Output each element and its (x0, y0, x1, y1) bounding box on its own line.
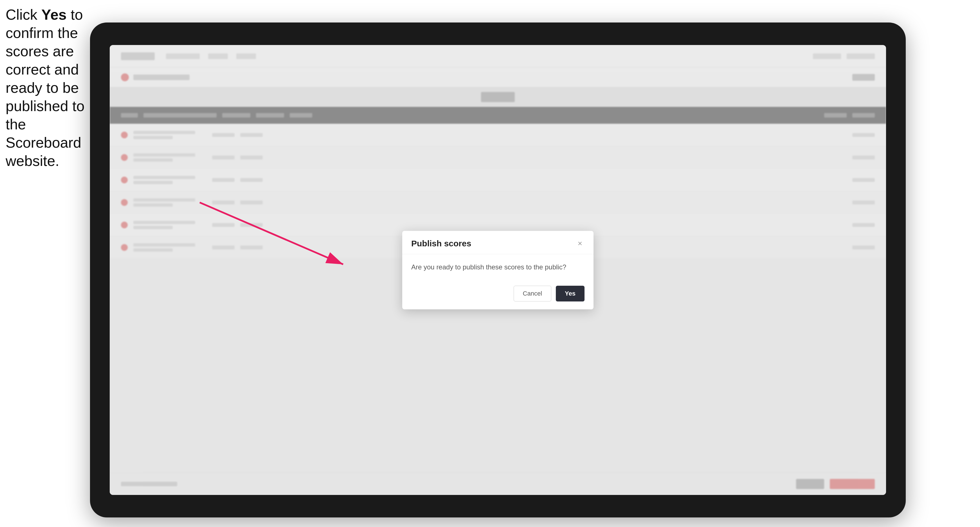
modal-confirm-button[interactable]: Yes (556, 286, 584, 302)
modal-title: Publish scores (411, 239, 471, 248)
modal-cancel-button[interactable]: Cancel (514, 286, 551, 302)
modal-close-button[interactable]: × (576, 239, 584, 248)
publish-scores-modal: Publish scores × Are you ready to publis… (402, 231, 593, 310)
tablet-device: Publish scores × Are you ready to publis… (90, 22, 906, 517)
modal-body: Are you ready to publish these scores to… (402, 254, 593, 280)
instruction-prefix: Click (6, 6, 41, 23)
modal-backdrop: Publish scores × Are you ready to publis… (110, 45, 886, 495)
modal-message: Are you ready to publish these scores to… (411, 262, 584, 272)
modal-footer: Cancel Yes (402, 280, 593, 310)
instruction-text: Click Yes to confirm the scores are corr… (6, 6, 93, 170)
tablet-screen: Publish scores × Are you ready to publis… (110, 45, 886, 495)
instruction-suffix: to confirm the scores are correct and re… (6, 6, 84, 169)
modal-header: Publish scores × (402, 231, 593, 254)
instruction-bold: Yes (41, 6, 67, 23)
